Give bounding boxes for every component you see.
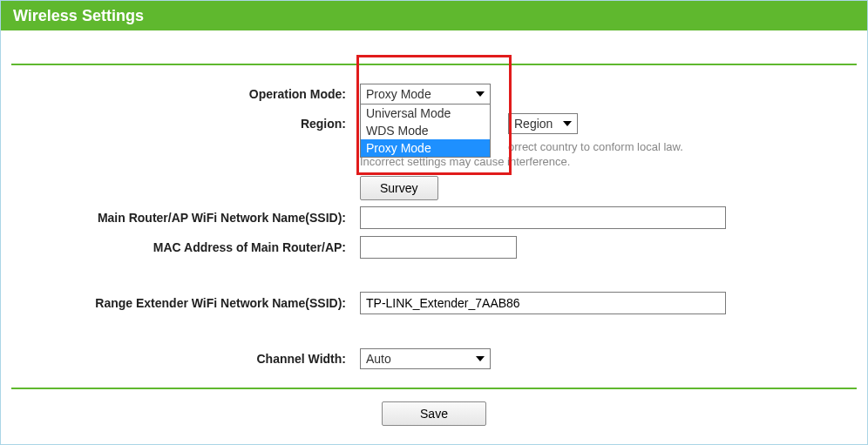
- operation-mode-selected-text: Proxy Mode: [366, 87, 431, 101]
- row-main-ssid: Main Router/AP WiFi Network Name(SSID):: [11, 205, 857, 231]
- divider-top: [11, 64, 857, 65]
- main-mac-input[interactable]: [360, 236, 517, 259]
- operation-mode-options-list: Universal Mode WDS Mode Proxy Mode: [360, 105, 491, 158]
- region-selected-text: Region: [514, 117, 553, 131]
- label-operation-mode: Operation Mode:: [11, 87, 360, 101]
- channel-width-select[interactable]: Auto: [360, 348, 491, 369]
- operation-mode-dropdown[interactable]: Proxy Mode Universal Mode WDS Mode Proxy…: [360, 84, 491, 105]
- label-region: Region:: [11, 117, 360, 131]
- option-proxy-mode[interactable]: Proxy Mode: [361, 139, 490, 157]
- label-channel-width: Channel Width:: [11, 352, 360, 366]
- row-save: Save: [11, 401, 857, 426]
- chevron-down-icon: [476, 91, 485, 97]
- row-operation-mode: Operation Mode: Proxy Mode Universal Mod…: [11, 81, 857, 107]
- extender-ssid-input[interactable]: [360, 292, 726, 314]
- chevron-down-icon: [563, 121, 572, 126]
- operation-mode-select[interactable]: Proxy Mode: [360, 84, 491, 105]
- label-main-mac: MAC Address of Main Router/AP:: [11, 240, 360, 254]
- page-title: Wireless Settings: [13, 7, 144, 25]
- survey-button[interactable]: Survey: [360, 176, 438, 200]
- option-wds-mode[interactable]: WDS Mode: [361, 122, 490, 139]
- divider-bottom: [11, 388, 857, 389]
- save-button[interactable]: Save: [382, 401, 486, 426]
- label-extender-ssid: Range Extender WiFi Network Name(SSID):: [11, 296, 360, 310]
- option-universal-mode[interactable]: Universal Mode: [361, 105, 490, 122]
- row-channel-width: Channel Width: Auto: [11, 346, 857, 372]
- main-ssid-input[interactable]: [360, 206, 726, 229]
- region-select[interactable]: Region: [508, 113, 578, 134]
- label-main-ssid: Main Router/AP WiFi Network Name(SSID):: [11, 211, 360, 225]
- channel-width-selected-text: Auto: [366, 352, 391, 366]
- row-survey: Survey: [11, 175, 857, 201]
- page-header: Wireless Settings: [1, 1, 867, 30]
- content-area: Operation Mode: Proxy Mode Universal Mod…: [1, 30, 867, 426]
- row-extender-ssid: Range Extender WiFi Network Name(SSID):: [11, 290, 857, 316]
- row-main-mac: MAC Address of Main Router/AP:: [11, 234, 857, 260]
- chevron-down-icon: [476, 356, 485, 361]
